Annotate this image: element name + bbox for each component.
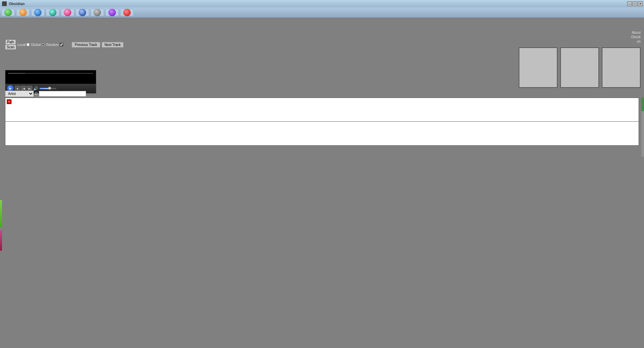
close-row-icon[interactable]: ✕ xyxy=(7,99,11,104)
taskbar-icon-4 xyxy=(49,9,56,16)
about-text: AboutObsidian xyxy=(631,30,641,44)
close-button[interactable]: ✕ xyxy=(638,1,643,6)
about-obsidian-label: AboutObsidian xyxy=(631,31,641,43)
taskbar-icon-1 xyxy=(4,9,12,16)
random-label: Random xyxy=(46,43,59,47)
x-symbol: ✕ xyxy=(8,100,10,103)
player-progress-fill xyxy=(8,73,25,74)
filter-row: Artist D xyxy=(5,91,86,97)
stop-icon: ■ xyxy=(17,87,19,90)
taskbar xyxy=(0,7,644,18)
previous-track-button[interactable]: Previous Track xyxy=(72,42,100,48)
app-icon xyxy=(2,1,7,6)
window-controls: — □ ✕ xyxy=(627,1,643,6)
next-track-button[interactable]: Next Track xyxy=(102,42,124,48)
nav-buttons: Previous Track Next Track xyxy=(72,42,124,48)
taskbar-icon-7 xyxy=(94,9,101,16)
title-bar: Obsidian — □ ✕ xyxy=(0,0,644,7)
local-radio[interactable] xyxy=(26,43,30,46)
taskbar-icon-5 xyxy=(64,9,71,16)
taskbar-item-3[interactable] xyxy=(31,9,45,16)
maximize-button[interactable]: □ xyxy=(633,1,637,6)
main-content: AboutObsidian Path Scan Local Global Ran… xyxy=(0,18,644,348)
table-lower xyxy=(5,122,639,145)
taskbar-icon-6 xyxy=(79,9,86,16)
filter-input[interactable] xyxy=(39,91,86,97)
taskbar-item-1[interactable] xyxy=(1,9,15,16)
app-title: Obsidian xyxy=(9,2,25,6)
taskbar-icon-9 xyxy=(123,9,131,16)
left-strip-pink xyxy=(0,230,2,251)
volume-slider[interactable] xyxy=(40,88,56,89)
d-label: D xyxy=(35,92,37,96)
taskbar-item-2[interactable] xyxy=(16,9,30,16)
taskbar-icon-8 xyxy=(108,9,116,16)
player-display xyxy=(5,70,96,84)
taskbar-item-9[interactable] xyxy=(120,9,134,16)
left-strip-green xyxy=(0,200,2,227)
random-group: Random xyxy=(46,43,64,47)
volume-slider-thumb xyxy=(48,87,51,90)
taskbar-icon-2 xyxy=(19,9,27,16)
global-radio-group: Global xyxy=(31,43,45,47)
table-upper: ✕ xyxy=(5,98,639,122)
album-art-box-3 xyxy=(602,47,641,88)
taskbar-item-7[interactable] xyxy=(91,9,104,16)
dot-separator: ⋮ xyxy=(128,42,132,47)
player-widget: ▶ ■ |◀ ▶| 🔊 xyxy=(5,70,96,94)
player-progress-bar xyxy=(8,73,93,74)
scrollbar-thumb xyxy=(641,98,644,111)
taskbar-icon-3 xyxy=(34,9,42,16)
global-radio[interactable] xyxy=(42,43,45,46)
taskbar-item-6[interactable] xyxy=(76,9,89,16)
volume-icon: 🔊 xyxy=(33,86,38,91)
taskbar-item-4[interactable] xyxy=(46,9,59,16)
taskbar-item-5[interactable] xyxy=(61,9,74,16)
next-icon: ▶| xyxy=(28,87,31,90)
controls-area: Path Scan Local Global Random Previous T… xyxy=(5,40,132,50)
path-scan-group: Path Scan xyxy=(5,40,16,50)
album-art-box-2 xyxy=(560,47,599,88)
album-art-box-1 xyxy=(519,47,558,88)
path-button[interactable]: Path xyxy=(5,40,16,45)
artist-select[interactable]: Artist xyxy=(5,91,34,97)
global-label: Global xyxy=(31,43,41,47)
minimize-button[interactable]: — xyxy=(627,1,632,6)
local-label: Local xyxy=(18,43,26,47)
prev-icon: |◀ xyxy=(22,87,25,90)
play-icon: ▶ xyxy=(9,87,11,90)
table-area: ✕ xyxy=(5,98,639,146)
scan-button[interactable]: Scan xyxy=(5,45,16,50)
album-art-area xyxy=(519,47,641,88)
controls-row1: Path Scan Local Global Random Previous T… xyxy=(5,40,132,50)
random-checkbox[interactable] xyxy=(59,43,63,47)
taskbar-item-8[interactable] xyxy=(105,9,119,16)
local-radio-group: Local xyxy=(18,43,30,47)
right-scrollbar[interactable] xyxy=(641,98,644,157)
